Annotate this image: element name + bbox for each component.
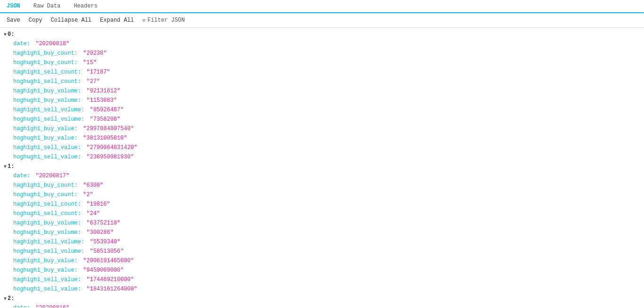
field-key: hoghughi_sell_value:: [13, 285, 81, 293]
field-value: "236950981930": [86, 153, 134, 161]
json-index-line: ▼ 0:: [0, 30, 644, 39]
collapse-icon-2[interactable]: ▼: [4, 295, 7, 302]
field-key: haghighi_buy_count:: [13, 49, 78, 58]
json-field-line: hoghughi_buy_count: "15": [0, 58, 644, 67]
field-key: haghighi_buy_value:: [13, 257, 78, 265]
field-key: hoghughi_sell_volume:: [13, 247, 84, 256]
collapse-all-button[interactable]: Collapse All: [48, 16, 94, 25]
json-field-line: date: "20200816": [0, 303, 644, 308]
json-field-line: haghighi_buy_volume: "92131612": [0, 86, 644, 96]
field-key: hoghughi_sell_volume:: [13, 115, 84, 124]
field-key: haghighi_sell_volume:: [13, 238, 84, 246]
field-value: "7358208": [90, 115, 120, 124]
json-index-line: ▼ 1:: [0, 162, 644, 171]
field-key: date:: [13, 40, 30, 48]
field-value: "19816": [86, 200, 110, 208]
field-key: haghighi_sell_value:: [13, 143, 81, 152]
filter-icon: ▽: [142, 17, 146, 24]
json-field-line: haghighi_buy_count: "20238": [0, 49, 644, 58]
json-field-line: date: "20200818": [0, 39, 644, 49]
field-value: "92131612": [86, 87, 120, 95]
json-field-line: haghighi_buy_value: "2006191465000": [0, 256, 644, 266]
field-key: haghighi_buy_value:: [13, 125, 78, 133]
save-button[interactable]: Save: [4, 16, 23, 25]
json-field-line: hoghughi_sell_count: "27": [0, 77, 644, 86]
json-field-line: haghighi_sell_value: "174469210000": [0, 275, 644, 284]
json-field-line: hoghughi_sell_volume: "58513056": [0, 247, 644, 256]
field-value: "15": [83, 58, 97, 67]
field-key: hoghughi_sell_count:: [13, 77, 81, 86]
toolbar: Save Copy Collapse All Expand All ▽ Filt…: [0, 13, 644, 28]
field-value: "300286": [86, 228, 114, 237]
field-key: haghighi_buy_volume:: [13, 87, 81, 95]
field-key: hoghughi_buy_volume:: [13, 96, 81, 105]
filter-json-button[interactable]: ▽ Filter JSON: [140, 16, 188, 25]
json-field-line: haghighi_buy_value: "2997884807540": [0, 124, 644, 133]
field-key: haghighi_buy_volume:: [13, 219, 81, 227]
field-key: hoghughi_sell_count:: [13, 209, 81, 218]
field-value: "63752110": [86, 219, 120, 227]
json-field-line: hoghughi_buy_value: "9459009000": [0, 266, 644, 275]
json-field-line: hoghughi_sell_volume: "7358208": [0, 115, 644, 124]
field-key: hoghughi_buy_volume:: [13, 228, 81, 237]
json-field-line: hoghughi_buy_volume: "300286": [0, 228, 644, 237]
json-field-line: haghighi_sell_value: "2799064831420": [0, 143, 644, 152]
field-key: hoghughi_buy_value:: [13, 266, 78, 275]
field-key: date:: [13, 172, 30, 180]
json-field-line: haghighi_sell_volume: "5539340": [0, 237, 644, 247]
json-index-line: ▼ 2:: [0, 294, 644, 303]
field-key: hoghughi_buy_count:: [13, 191, 78, 199]
tabs-bar: JSON Raw Data Headers: [0, 0, 644, 13]
field-key: haghighi_sell_count:: [13, 68, 81, 76]
field-value: "20200816": [35, 304, 69, 308]
tab-raw-data[interactable]: Raw Data: [27, 0, 67, 13]
field-key: haghighi_sell_volume:: [13, 106, 84, 114]
collapse-icon-0[interactable]: ▼: [4, 31, 7, 38]
index-label: 1:: [8, 162, 14, 171]
json-field-line: haghighi_buy_volume: "63752110": [0, 218, 644, 228]
field-value: "20200817": [35, 172, 69, 180]
field-value: "2997884807540": [83, 125, 134, 133]
json-field-line: hoghughi_sell_value: "1843161264000": [0, 284, 644, 294]
json-field-line: hoghughi_buy_volume: "1153083": [0, 96, 644, 105]
json-field-line: hoghughi_sell_value: "236950981930": [0, 152, 644, 162]
field-value: "17187": [86, 68, 110, 76]
tab-headers[interactable]: Headers: [67, 0, 104, 13]
field-value: "2": [83, 191, 93, 199]
field-value: "20238": [83, 49, 107, 58]
filter-json-label: Filter JSON: [148, 17, 185, 24]
tab-json[interactable]: JSON: [0, 0, 27, 13]
json-field-line: haghighi_sell_volume: "85926487": [0, 105, 644, 115]
field-value: "5539340": [90, 238, 120, 246]
field-value: "24": [86, 209, 100, 218]
collapse-icon-1[interactable]: ▼: [4, 163, 7, 170]
field-key: haghighi_buy_count:: [13, 181, 78, 190]
json-field-line: hoghughi_buy_count: "2": [0, 190, 644, 200]
field-value: "58513056": [90, 247, 124, 256]
field-value: "1153083": [86, 96, 117, 105]
field-key: date:: [13, 304, 30, 308]
field-value: "1843161264000": [86, 285, 137, 293]
json-field-line: hoghughi_sell_count: "24": [0, 209, 644, 218]
field-value: "6300": [83, 181, 103, 190]
json-field-line: haghighi_buy_count: "6300": [0, 181, 644, 190]
field-value: "27": [86, 77, 100, 86]
index-label: 2:: [8, 294, 14, 303]
json-field-line: haghighi_sell_count: "19816": [0, 200, 644, 209]
field-key: hoghughi_sell_value:: [13, 153, 81, 161]
field-value: "2006191465000": [83, 257, 134, 265]
index-label: 0:: [8, 30, 14, 39]
json-field-line: hoghughi_buy_value: "38131005810": [0, 133, 644, 143]
field-value: "38131005810": [83, 134, 127, 142]
field-value: "85926487": [90, 106, 124, 114]
field-key: haghighi_sell_value:: [13, 275, 81, 284]
expand-all-button[interactable]: Expand All: [97, 16, 137, 25]
field-value: "9459009000": [83, 266, 124, 275]
copy-button[interactable]: Copy: [26, 16, 45, 25]
json-field-line: haghighi_sell_count: "17187": [0, 67, 644, 77]
field-key: hoghughi_buy_value:: [13, 134, 78, 142]
json-viewer: ▼ 0: date: "20200818" haghighi_buy_count…: [0, 28, 644, 308]
json-field-line: date: "20200817": [0, 171, 644, 181]
field-value: "174469210000": [86, 275, 134, 284]
field-key: haghighi_sell_count:: [13, 200, 81, 208]
